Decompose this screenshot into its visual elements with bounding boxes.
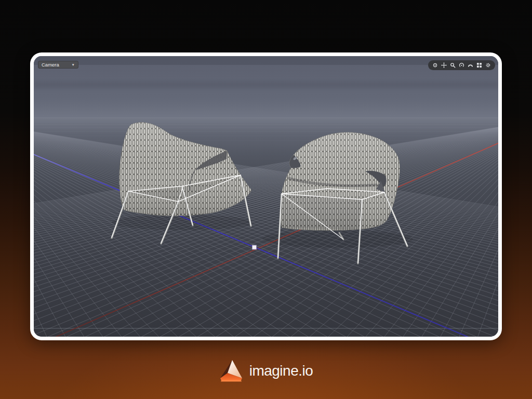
orbit-icon[interactable] [458,61,466,69]
imagine-io-logo-icon [219,360,243,382]
camera-view-label: Camera [42,62,59,68]
arc-undo-icon[interactable] [467,61,474,69]
viewport-toolbar [428,60,495,70]
chevron-down-icon: ▼ [72,63,75,67]
chair-right-skirt-shadow [282,194,362,230]
brand-logo: imagine.io [0,357,532,384]
origin-gizmo[interactable] [252,245,257,249]
fog-overlay [34,98,498,192]
scene-canvas[interactable] [34,56,498,337]
brand-logo-text: imagine.io [249,364,313,378]
zoom-icon[interactable] [449,61,457,69]
viewport-3d[interactable]: Camera ▼ [34,56,498,337]
camera-view-dropdown[interactable]: Camera ▼ [38,61,78,69]
focus-target-icon[interactable] [431,61,439,69]
horizon-haze-band [34,81,498,88]
move-icon[interactable] [440,61,448,69]
chair-shadow [262,230,413,248]
chair-shadow [112,215,252,230]
settings-gear-icon[interactable] [484,61,492,69]
viewport-card: Camera ▼ [30,52,502,340]
grid-view-icon[interactable] [475,61,483,69]
